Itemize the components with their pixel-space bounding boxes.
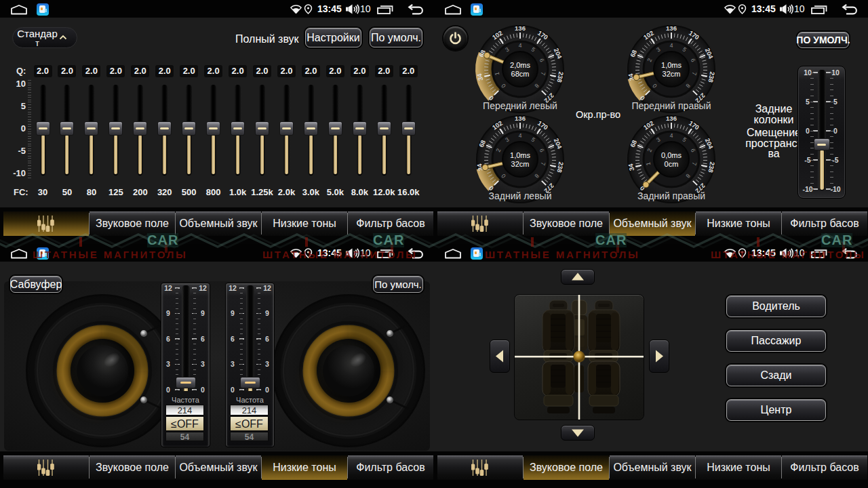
svg-text:136: 136 — [515, 115, 526, 122]
svg-text:4: 4 — [519, 42, 522, 49]
svg-text:1,0ms: 1,0ms — [510, 151, 530, 159]
svg-text:136: 136 — [666, 115, 677, 122]
svg-text:136: 136 — [666, 24, 677, 32]
svg-text:2,0ms: 2,0ms — [510, 61, 530, 69]
svg-text:4: 4 — [670, 132, 673, 139]
svg-text:0,0ms: 0,0ms — [661, 151, 682, 159]
svg-text:0cm: 0cm — [665, 160, 679, 168]
svg-text:4: 4 — [519, 132, 522, 139]
svg-text:1,0ms: 1,0ms — [661, 61, 682, 69]
svg-text:32cm: 32cm — [511, 160, 530, 168]
svg-text:32cm: 32cm — [663, 70, 681, 78]
svg-text:68cm: 68cm — [511, 70, 530, 78]
svg-text:136: 136 — [515, 24, 526, 32]
svg-text:4: 4 — [670, 42, 673, 49]
